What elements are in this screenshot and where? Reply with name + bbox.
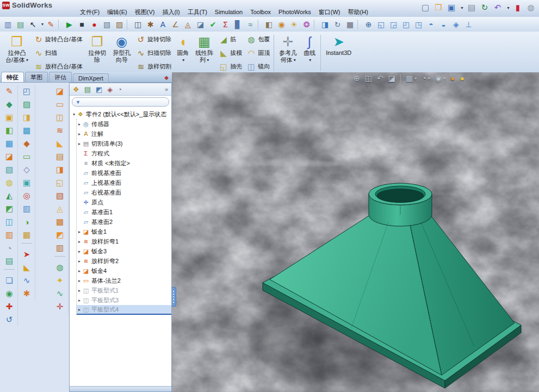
- isometric-view-icon[interactable]: ◈: [450, 18, 462, 30]
- cad-tool-icon[interactable]: ◩: [3, 202, 16, 215]
- draft-button[interactable]: ◣ 拔模: [219, 47, 242, 59]
- panel-splitter-handle[interactable]: [172, 287, 176, 307]
- cad-tool-icon[interactable]: ✛: [53, 300, 66, 313]
- instant3d-button[interactable]: ➤ Instant3D: [323, 33, 355, 73]
- run-macro-icon[interactable]: ▶: [63, 18, 76, 30]
- rebuild-icon[interactable]: ↻: [479, 2, 491, 14]
- expand-arrow-icon[interactable]: ▸: [77, 229, 82, 234]
- record-macro-icon[interactable]: ●: [88, 18, 101, 30]
- open-document-icon[interactable]: ❒: [432, 2, 444, 14]
- tree-filter-field[interactable]: ▼: [72, 97, 169, 107]
- tab-evaluate[interactable]: 评估: [49, 72, 72, 82]
- tree-item-annotations[interactable]: ▸ A 注解: [77, 129, 171, 139]
- render-icon[interactable]: ❂: [300, 18, 313, 30]
- cad-tool-icon[interactable]: ▣: [3, 111, 16, 124]
- cad-tool-icon[interactable]: ▥: [20, 202, 33, 215]
- expand-arrow-icon[interactable]: ▸: [77, 307, 82, 312]
- cad-tool-icon[interactable]: ▥: [53, 241, 66, 254]
- tree-item-sheet-metal1[interactable]: ▸ ◪ 钣金1: [77, 227, 171, 237]
- sheet-metal-flange-icon[interactable]: ◪: [53, 85, 66, 98]
- lofted-boss-button[interactable]: ≋ 放样凸台/基体: [34, 61, 83, 73]
- hide-show-caret[interactable]: ▾: [443, 76, 445, 81]
- menu-file[interactable]: 文件(F): [76, 8, 103, 17]
- toolbar-separator[interactable]: [58, 20, 62, 29]
- toolbar-separator[interactable]: [127, 20, 131, 29]
- help-icon[interactable]: ◍: [525, 2, 537, 14]
- zoom-to-fit-icon[interactable]: ⊕: [354, 74, 360, 83]
- cad-tool-icon[interactable]: ◫: [53, 111, 66, 124]
- menu-simulation[interactable]: Simulation: [211, 8, 246, 16]
- display-style-caret[interactable]: ▾: [428, 76, 430, 81]
- expand-arrow-icon[interactable]: ▾: [71, 112, 77, 117]
- cad-tool-icon[interactable]: ➤: [20, 248, 33, 261]
- zoom-to-area-icon[interactable]: ◫: [365, 74, 372, 83]
- cad-tool-icon[interactable]: ▨: [20, 98, 33, 111]
- cad-tool-icon[interactable]: ◣: [20, 261, 33, 274]
- front-view-icon[interactable]: ◱: [375, 18, 387, 30]
- tree-item-plane2[interactable]: ▱ 基准面2: [77, 217, 171, 227]
- cad-tool-icon[interactable]: ◨: [20, 111, 33, 124]
- left-view-icon[interactable]: ◰: [400, 18, 412, 30]
- cad-tool-icon[interactable]: ▣: [20, 176, 33, 189]
- cad-tool-icon[interactable]: ▦: [20, 228, 33, 241]
- lofted-cut-button[interactable]: ≋ 放样切割: [136, 61, 171, 73]
- deviation-analysis-icon[interactable]: ≈: [244, 18, 257, 30]
- cad-tool-icon[interactable]: ◫: [3, 215, 16, 228]
- cad-tool-icon[interactable]: [54, 256, 65, 260]
- tab-sketch[interactable]: 草图: [25, 72, 48, 82]
- expand-arrow-icon[interactable]: ▸: [77, 122, 82, 127]
- expand-arrow-icon[interactable]: ▸: [77, 259, 82, 264]
- cad-tool-icon[interactable]: ▦: [3, 137, 16, 150]
- cad-tool-icon[interactable]: ◩: [53, 228, 66, 241]
- expand-arrow-icon[interactable]: ▸: [77, 269, 82, 273]
- cad-tool-icon[interactable]: ✚: [3, 300, 16, 313]
- view-orientation-icon[interactable]: ▦: [406, 74, 413, 83]
- cad-tool-icon[interactable]: ▥: [3, 228, 16, 241]
- check-entity-icon[interactable]: ✔: [207, 18, 219, 30]
- fillet-button[interactable]: ◖ 圆角 ▾: [174, 33, 192, 73]
- rib-button[interactable]: ◢ 筋: [219, 34, 242, 46]
- extrude-boss-button[interactable]: ❒ 拉伸凸 台/基体▾: [2, 33, 32, 73]
- cad-tool-icon[interactable]: ◱: [53, 176, 66, 189]
- menu-toolbox[interactable]: Toolbox: [246, 8, 275, 16]
- tree-horizontal-scrollbar[interactable]: [70, 386, 171, 391]
- cad-tool-icon[interactable]: ◰: [20, 85, 33, 98]
- menu-edit[interactable]: 编辑(E): [103, 8, 131, 17]
- section-properties-icon[interactable]: ◪: [194, 18, 207, 30]
- stop-macro-icon[interactable]: ■: [76, 18, 88, 30]
- tree-item-cut-list[interactable]: ▸ ▤ 切割清单(3): [77, 139, 171, 148]
- expand-arrow-icon[interactable]: ▸: [77, 249, 82, 254]
- revolve-boss-button[interactable]: ↻ 旋转凸台/基体: [34, 34, 83, 46]
- cad-tool-icon[interactable]: ◇: [20, 163, 33, 176]
- toolbar-separator[interactable]: [258, 20, 262, 29]
- page-setup-icon[interactable]: ▤: [14, 18, 27, 30]
- sketch-tool-icon[interactable]: ✎: [3, 85, 16, 98]
- save-caret[interactable]: ▾: [460, 2, 464, 14]
- simulation-advisor-icon[interactable]: ◨: [319, 18, 331, 30]
- expand-arrow-icon[interactable]: ▸: [77, 239, 82, 244]
- tree-item-material[interactable]: ≡ 材质 <未指定>: [77, 158, 171, 168]
- cad-tool-icon[interactable]: ◍: [3, 176, 16, 189]
- right-view-icon[interactable]: ◳: [412, 18, 425, 30]
- smart-dimension-icon[interactable]: ◆: [3, 98, 16, 111]
- hide-show-items-icon[interactable]: ◉: [435, 74, 442, 83]
- cad-tool-icon[interactable]: ∿: [20, 274, 33, 287]
- cad-tool-icon[interactable]: ▩: [20, 124, 33, 137]
- bottom-view-icon[interactable]: ◒: [437, 18, 450, 30]
- cad-tool-icon[interactable]: ◍: [53, 261, 66, 274]
- 3d-sketch-icon[interactable]: ❏: [3, 274, 16, 287]
- cad-tool-icon[interactable]: ▧: [53, 189, 66, 202]
- statistics-icon[interactable]: ▊: [232, 18, 244, 30]
- cad-tool-icon[interactable]: ▧: [3, 163, 16, 176]
- tree-item-flat-pattern3[interactable]: ▸ ◫ 平板型式3: [77, 295, 171, 305]
- sketch-pencil-icon[interactable]: ✎: [45, 18, 57, 30]
- options-icon[interactable]: ✱: [144, 18, 157, 30]
- select-caret[interactable]: ▾: [40, 18, 45, 30]
- tree-item-flat-pattern4[interactable]: ▸ ◫ 平板型式4: [77, 305, 171, 315]
- wrap-button[interactable]: ◍ 包覆: [246, 34, 270, 46]
- cad-tool-icon[interactable]: ✦: [53, 274, 66, 287]
- tree-item-front-plane[interactable]: ▱ 前视基准面: [77, 168, 171, 178]
- featuremanager-tree-tab[interactable]: ❖: [73, 85, 79, 94]
- hud-separator[interactable]: [400, 74, 401, 83]
- zoom-to-fit-icon[interactable]: ⊕: [362, 18, 375, 30]
